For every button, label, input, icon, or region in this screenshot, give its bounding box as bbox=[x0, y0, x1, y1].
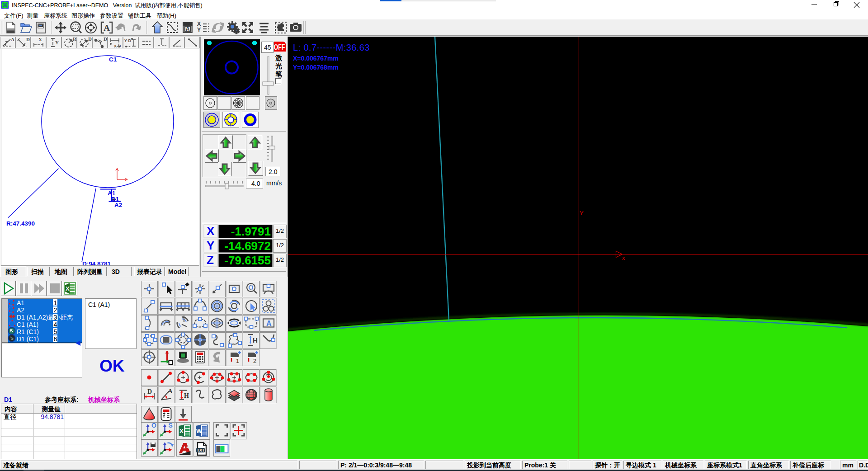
svg-text:测量值: 测量值 bbox=[41, 405, 61, 413]
svg-text:3: 3 bbox=[54, 314, 57, 321]
svg-text:R:47.4390: R:47.4390 bbox=[6, 220, 35, 227]
svg-text:A2: A2 bbox=[17, 306, 24, 314]
svg-text:1: 1 bbox=[236, 358, 239, 364]
svg-text:A2: A2 bbox=[114, 202, 122, 208]
svg-text:C1: C1 bbox=[109, 56, 117, 63]
svg-text:R: R bbox=[73, 37, 77, 42]
svg-text:Y=0.006768mm: Y=0.006768mm bbox=[293, 64, 339, 71]
svg-text:D: D bbox=[88, 37, 92, 42]
svg-text:5: 5 bbox=[54, 328, 57, 335]
svg-text:2: 2 bbox=[54, 306, 57, 314]
svg-text:X: X bbox=[207, 224, 215, 238]
svg-text:Y: Y bbox=[197, 26, 201, 33]
svg-text:L: 0.7------M:36.63: L: 0.7------M:36.63 bbox=[293, 42, 370, 52]
svg-text:C1 (A1): C1 (A1) bbox=[88, 301, 110, 308]
svg-text:X-D: X-D bbox=[114, 44, 121, 48]
svg-text:机械坐标系: 机械坐标系 bbox=[88, 396, 120, 403]
svg-text:-14.6972: -14.6972 bbox=[224, 239, 271, 253]
svg-text:A1: A1 bbox=[17, 299, 24, 306]
svg-text:6: 6 bbox=[54, 335, 57, 343]
svg-text:O: O bbox=[151, 422, 156, 429]
svg-text:D1 (C1): D1 (C1) bbox=[17, 335, 39, 343]
svg-text:1/2: 1/2 bbox=[276, 256, 284, 263]
svg-text:Y: Y bbox=[55, 40, 59, 45]
svg-text:D1 (A1,A2)最小距离: D1 (A1,A2)最小距离 bbox=[17, 314, 73, 321]
svg-text:Y: Y bbox=[580, 210, 584, 217]
svg-text:-79.6155: -79.6155 bbox=[224, 254, 271, 267]
svg-text:2.0: 2.0 bbox=[269, 168, 278, 175]
svg-text:A: A bbox=[266, 320, 272, 327]
svg-text:X: X bbox=[66, 285, 70, 292]
svg-text:X: X bbox=[179, 428, 184, 434]
svg-text:D1: D1 bbox=[4, 396, 12, 403]
svg-text:C1 (A1): C1 (A1) bbox=[17, 321, 38, 328]
svg-text:1/2: 1/2 bbox=[276, 227, 284, 234]
svg-text:X=0.006767mm: X=0.006767mm bbox=[293, 55, 339, 62]
svg-text:D:94.8781: D:94.8781 bbox=[82, 260, 111, 265]
svg-text:1/2: 1/2 bbox=[276, 242, 284, 249]
svg-text:H: H bbox=[253, 336, 258, 344]
svg-text:H: H bbox=[184, 392, 189, 399]
svg-text:X: X bbox=[38, 37, 42, 42]
svg-text:D: D bbox=[104, 37, 107, 42]
svg-text:D: D bbox=[147, 388, 152, 395]
svg-text:W: W bbox=[196, 428, 202, 434]
svg-text:x: x bbox=[622, 254, 625, 261]
svg-text:Z: Z bbox=[207, 253, 214, 267]
svg-text:4.0: 4.0 bbox=[251, 180, 260, 187]
svg-text:A: A bbox=[168, 388, 173, 395]
svg-text:OK: OK bbox=[99, 357, 125, 375]
svg-text:mm/s: mm/s bbox=[266, 179, 282, 187]
svg-text:Y: Y bbox=[207, 239, 214, 252]
svg-text:2: 2 bbox=[253, 358, 256, 364]
svg-text:S: S bbox=[169, 422, 173, 429]
svg-text:参考座标系:: 参考座标系: bbox=[44, 396, 79, 403]
svg-text:D: D bbox=[26, 37, 30, 42]
svg-text:4: 4 bbox=[54, 321, 57, 328]
svg-text:直径: 直径 bbox=[4, 413, 16, 420]
svg-text:A: A bbox=[186, 26, 190, 32]
svg-text:内容: 内容 bbox=[5, 405, 17, 413]
svg-text:A: A bbox=[11, 37, 14, 42]
svg-text:1: 1 bbox=[54, 299, 57, 306]
svg-text:R1 (C1): R1 (C1) bbox=[17, 328, 39, 335]
svg-text:TXT: TXT bbox=[197, 448, 205, 452]
svg-text:-1.9791: -1.9791 bbox=[231, 225, 271, 238]
svg-text:94.8781: 94.8781 bbox=[41, 413, 64, 420]
svg-text:A: A bbox=[104, 23, 110, 33]
svg-text:Y-D: Y-D bbox=[124, 38, 132, 43]
